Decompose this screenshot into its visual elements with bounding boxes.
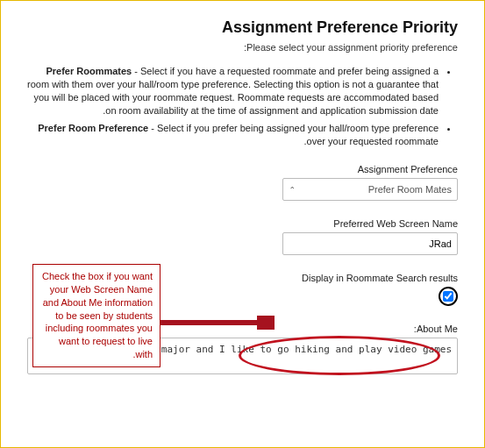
bullet-prefer-roommates: Prefer Roommates - Select if you have a … [27, 65, 439, 117]
screen-name-input[interactable] [282, 232, 458, 255]
svg-marker-0 [160, 316, 275, 330]
screen-name-label: Preferred Web Screen Name [27, 218, 458, 229]
bullet-prefer-room: Prefer Room Preference - Select if you p… [27, 122, 439, 148]
page-title: Assignment Preference Priority [27, 18, 458, 37]
preference-descriptions: Prefer Roommates - Select if you have a … [27, 65, 458, 148]
display-results-checkbox[interactable] [443, 291, 453, 302]
form-panel: Assignment Preference Priority Please se… [0, 0, 485, 448]
assignment-preference-row: Assignment Preference Prefer Room Mates … [27, 164, 458, 201]
bullet-lead: Prefer Room Preference [38, 123, 148, 133]
bullet-lead: Prefer Roommates [46, 66, 132, 76]
display-results-highlight-circle [439, 287, 458, 306]
assignment-preference-label: Assignment Preference [27, 164, 458, 174]
bullet-body: - Select if you prefer being assigned yo… [148, 123, 439, 146]
chevron-down-icon: ⌄ [289, 185, 296, 194]
assignment-preference-value: Prefer Room Mates [289, 184, 452, 195]
annotation-callout: Check the box if you want your Web Scree… [32, 264, 160, 367]
screen-name-row: Preferred Web Screen Name [27, 218, 458, 255]
page-subtitle: Please select your assignment priority p… [27, 42, 458, 53]
assignment-preference-select[interactable]: Prefer Room Mates ⌄ [282, 178, 458, 201]
annotation-arrow [160, 314, 275, 331]
